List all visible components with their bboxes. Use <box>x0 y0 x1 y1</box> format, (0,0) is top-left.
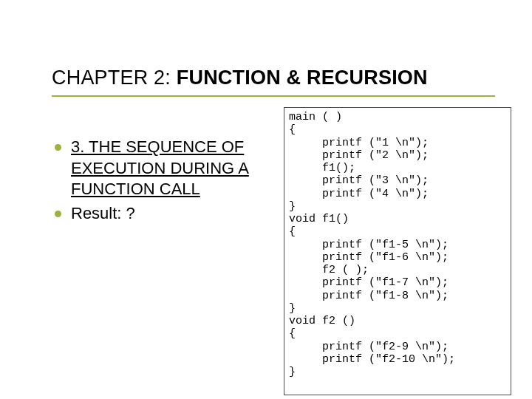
slide-title: CHAPTER 2: FUNCTION & RECURSION <box>52 66 495 89</box>
title-plain: CHAPTER 2: <box>52 66 177 89</box>
bullet-item: 3. THE SEQUENCE OF EXECUTION DURING A FU… <box>52 137 273 200</box>
bullet-text: 3. THE SEQUENCE OF EXECUTION DURING A FU… <box>71 137 249 198</box>
title-rule <box>52 95 495 97</box>
bullet-text: Result: ? <box>71 204 135 222</box>
title-bold: FUNCTION & RECURSION <box>177 66 428 89</box>
bullet-item: Result: ? <box>52 203 273 225</box>
bullet-list: 3. THE SEQUENCE OF EXECUTION DURING A FU… <box>52 137 276 227</box>
code-box: main ( ) { printf ("1 \n"); printf ("2 \… <box>284 107 511 395</box>
slide: CHAPTER 2: FUNCTION & RECURSION 3. THE S… <box>0 0 532 399</box>
code-content: main ( ) { printf ("1 \n"); printf ("2 \… <box>289 111 455 378</box>
